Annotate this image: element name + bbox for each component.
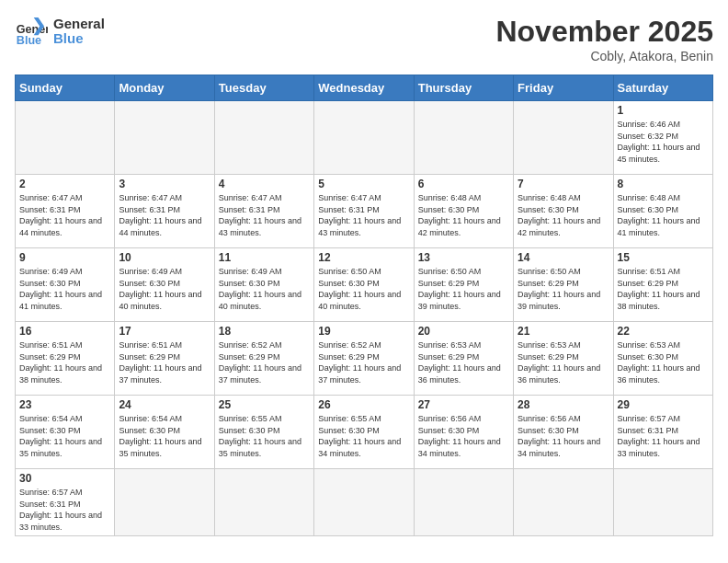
day-info: Sunrise: 6:51 AM Sunset: 6:29 PM Dayligh…	[618, 266, 709, 312]
calendar-day-cell	[115, 469, 214, 536]
calendar-day-cell: 12Sunrise: 6:50 AM Sunset: 6:30 PM Dayli…	[314, 248, 414, 322]
logo-icon: General Blue	[15, 15, 48, 48]
calendar-week-row: 30Sunrise: 6:57 AM Sunset: 6:31 PM Dayli…	[16, 469, 713, 536]
day-info: Sunrise: 6:54 AM Sunset: 6:30 PM Dayligh…	[119, 413, 210, 459]
day-number: 20	[418, 325, 509, 338]
calendar-day-cell: 28Sunrise: 6:56 AM Sunset: 6:30 PM Dayli…	[514, 396, 613, 469]
logo-blue-text: Blue	[53, 31, 105, 47]
day-info: Sunrise: 6:49 AM Sunset: 6:30 PM Dayligh…	[19, 266, 110, 312]
calendar-day-cell: 25Sunrise: 6:55 AM Sunset: 6:30 PM Dayli…	[214, 396, 313, 469]
calendar-day-cell	[613, 469, 712, 536]
calendar-day-cell: 23Sunrise: 6:54 AM Sunset: 6:30 PM Dayli…	[16, 396, 115, 469]
day-info: Sunrise: 6:55 AM Sunset: 6:30 PM Dayligh…	[318, 413, 409, 459]
calendar-day-cell: 30Sunrise: 6:57 AM Sunset: 6:31 PM Dayli…	[16, 469, 115, 536]
day-number: 11	[219, 251, 310, 264]
calendar-day-cell	[514, 101, 613, 175]
calendar-week-row: 16Sunrise: 6:51 AM Sunset: 6:29 PM Dayli…	[16, 322, 713, 396]
calendar-day-cell: 17Sunrise: 6:51 AM Sunset: 6:29 PM Dayli…	[115, 322, 214, 396]
day-info: Sunrise: 6:46 AM Sunset: 6:32 PM Dayligh…	[618, 119, 709, 165]
calendar-day-cell: 16Sunrise: 6:51 AM Sunset: 6:29 PM Dayli…	[16, 322, 115, 396]
day-info: Sunrise: 6:50 AM Sunset: 6:29 PM Dayligh…	[418, 266, 509, 312]
calendar-day-cell: 19Sunrise: 6:52 AM Sunset: 6:29 PM Dayli…	[314, 322, 414, 396]
calendar-day-cell: 3Sunrise: 6:47 AM Sunset: 6:31 PM Daylig…	[115, 175, 214, 248]
day-number: 12	[318, 251, 409, 264]
day-info: Sunrise: 6:53 AM Sunset: 6:29 PM Dayligh…	[518, 339, 609, 385]
day-number: 29	[618, 398, 709, 411]
calendar-week-row: 1Sunrise: 6:46 AM Sunset: 6:32 PM Daylig…	[16, 101, 713, 175]
day-number: 16	[19, 325, 110, 338]
calendar-day-cell: 9Sunrise: 6:49 AM Sunset: 6:30 PM Daylig…	[16, 248, 115, 322]
day-number: 21	[518, 325, 609, 338]
calendar-header-saturday: Saturday	[613, 75, 712, 101]
day-number: 10	[119, 251, 210, 264]
calendar-table: SundayMondayTuesdayWednesdayThursdayFrid…	[15, 75, 713, 536]
calendar-week-row: 9Sunrise: 6:49 AM Sunset: 6:30 PM Daylig…	[16, 248, 713, 322]
day-info: Sunrise: 6:52 AM Sunset: 6:29 PM Dayligh…	[219, 339, 310, 385]
day-info: Sunrise: 6:57 AM Sunset: 6:31 PM Dayligh…	[19, 487, 110, 533]
calendar-day-cell: 8Sunrise: 6:48 AM Sunset: 6:30 PM Daylig…	[613, 175, 712, 248]
day-number: 23	[19, 398, 110, 411]
day-number: 6	[418, 178, 509, 190]
calendar-day-cell: 13Sunrise: 6:50 AM Sunset: 6:29 PM Dayli…	[414, 248, 513, 322]
day-info: Sunrise: 6:51 AM Sunset: 6:29 PM Dayligh…	[119, 339, 210, 385]
day-number: 7	[518, 178, 609, 190]
calendar-day-cell: 20Sunrise: 6:53 AM Sunset: 6:29 PM Dayli…	[414, 322, 513, 396]
day-info: Sunrise: 6:47 AM Sunset: 6:31 PM Dayligh…	[318, 192, 409, 238]
calendar-day-cell	[414, 469, 513, 536]
day-info: Sunrise: 6:47 AM Sunset: 6:31 PM Dayligh…	[219, 192, 310, 238]
calendar-day-cell	[115, 101, 214, 175]
day-info: Sunrise: 6:52 AM Sunset: 6:29 PM Dayligh…	[318, 339, 409, 385]
calendar-day-cell: 24Sunrise: 6:54 AM Sunset: 6:30 PM Dayli…	[115, 396, 214, 469]
day-info: Sunrise: 6:49 AM Sunset: 6:30 PM Dayligh…	[219, 266, 310, 312]
day-info: Sunrise: 6:48 AM Sunset: 6:30 PM Dayligh…	[618, 192, 709, 238]
calendar-day-cell: 29Sunrise: 6:57 AM Sunset: 6:31 PM Dayli…	[613, 396, 712, 469]
calendar-day-cell: 22Sunrise: 6:53 AM Sunset: 6:30 PM Dayli…	[613, 322, 712, 396]
calendar-header-tuesday: Tuesday	[214, 75, 313, 101]
day-number: 30	[19, 472, 110, 485]
calendar-day-cell	[314, 469, 414, 536]
calendar-header-friday: Friday	[514, 75, 613, 101]
day-number: 4	[219, 178, 310, 190]
location-subtitle: Cobly, Atakora, Benin	[495, 49, 713, 63]
day-number: 3	[119, 178, 210, 190]
calendar-day-cell: 4Sunrise: 6:47 AM Sunset: 6:31 PM Daylig…	[214, 175, 313, 248]
day-info: Sunrise: 6:54 AM Sunset: 6:30 PM Dayligh…	[19, 413, 110, 459]
page-header: General Blue General Blue November 2025 …	[15, 15, 713, 63]
day-info: Sunrise: 6:55 AM Sunset: 6:30 PM Dayligh…	[219, 413, 310, 459]
calendar-day-cell	[314, 101, 414, 175]
day-number: 17	[119, 325, 210, 338]
logo: General Blue General Blue	[15, 15, 105, 48]
day-number: 1	[618, 104, 709, 117]
day-number: 26	[318, 398, 409, 411]
calendar-day-cell: 18Sunrise: 6:52 AM Sunset: 6:29 PM Dayli…	[214, 322, 313, 396]
day-number: 24	[119, 398, 210, 411]
calendar-header-sunday: Sunday	[16, 75, 115, 101]
day-number: 9	[19, 251, 110, 264]
calendar-header-monday: Monday	[115, 75, 214, 101]
calendar-day-cell	[214, 469, 313, 536]
calendar-day-cell	[514, 469, 613, 536]
day-info: Sunrise: 6:47 AM Sunset: 6:31 PM Dayligh…	[19, 192, 110, 238]
day-info: Sunrise: 6:53 AM Sunset: 6:29 PM Dayligh…	[418, 339, 509, 385]
day-info: Sunrise: 6:48 AM Sunset: 6:30 PM Dayligh…	[418, 192, 509, 238]
day-info: Sunrise: 6:49 AM Sunset: 6:30 PM Dayligh…	[119, 266, 210, 312]
day-number: 19	[318, 325, 409, 338]
calendar-day-cell: 10Sunrise: 6:49 AM Sunset: 6:30 PM Dayli…	[115, 248, 214, 322]
day-number: 13	[418, 251, 509, 264]
day-info: Sunrise: 6:56 AM Sunset: 6:30 PM Dayligh…	[518, 413, 609, 459]
day-number: 14	[518, 251, 609, 264]
day-number: 28	[518, 398, 609, 411]
calendar-header-wednesday: Wednesday	[314, 75, 414, 101]
day-info: Sunrise: 6:56 AM Sunset: 6:30 PM Dayligh…	[418, 413, 509, 459]
day-number: 8	[618, 178, 709, 190]
day-number: 2	[19, 178, 110, 190]
day-number: 22	[618, 325, 709, 338]
calendar-day-cell: 27Sunrise: 6:56 AM Sunset: 6:30 PM Dayli…	[414, 396, 513, 469]
calendar-day-cell: 6Sunrise: 6:48 AM Sunset: 6:30 PM Daylig…	[414, 175, 513, 248]
month-year-title: November 2025	[495, 15, 713, 49]
calendar-day-cell: 26Sunrise: 6:55 AM Sunset: 6:30 PM Dayli…	[314, 396, 414, 469]
day-info: Sunrise: 6:51 AM Sunset: 6:29 PM Dayligh…	[19, 339, 110, 385]
calendar-day-cell: 5Sunrise: 6:47 AM Sunset: 6:31 PM Daylig…	[314, 175, 414, 248]
day-info: Sunrise: 6:48 AM Sunset: 6:30 PM Dayligh…	[518, 192, 609, 238]
calendar-day-cell: 21Sunrise: 6:53 AM Sunset: 6:29 PM Dayli…	[514, 322, 613, 396]
